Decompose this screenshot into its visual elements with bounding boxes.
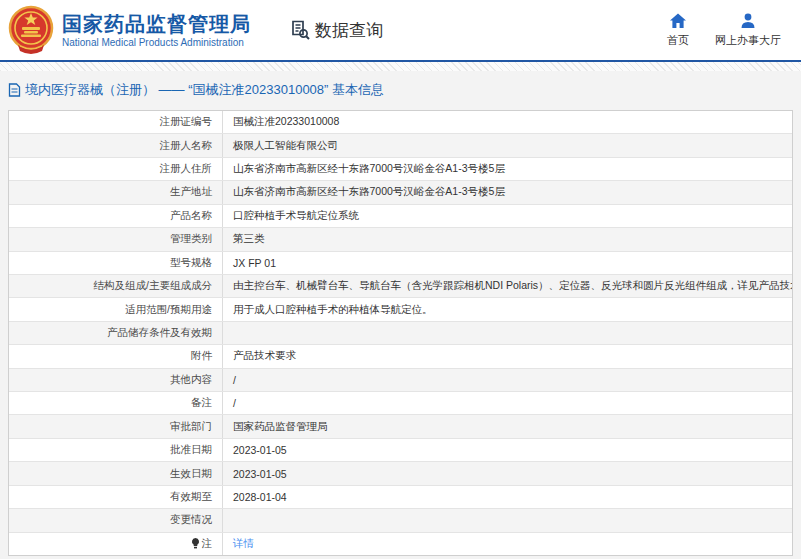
row-label: 附件 bbox=[9, 345, 223, 367]
national-emblem-logo bbox=[8, 5, 54, 55]
data-query-icon bbox=[289, 19, 311, 41]
row-value: 极限人工智能有限公司 bbox=[223, 134, 792, 156]
user-icon bbox=[739, 12, 757, 30]
brand-block: 国家药品监督管理局 National Medical Products Admi… bbox=[62, 12, 251, 49]
section-title: 数据查询 bbox=[315, 19, 383, 42]
row-value bbox=[223, 509, 792, 531]
row-value: 2028-01-04 bbox=[223, 486, 792, 508]
row-value: 2023-01-05 bbox=[223, 439, 792, 461]
row-value: 2023-01-05 bbox=[223, 462, 792, 484]
nav-label: 首页 bbox=[667, 33, 689, 48]
row-label: 注册人名称 bbox=[9, 134, 223, 156]
row-label: 产品储存条件及有效期 bbox=[9, 322, 223, 344]
lightbulb-icon bbox=[191, 538, 200, 549]
row-value: / bbox=[223, 392, 792, 414]
table-row: 产品名称口腔种植手术导航定位系统 bbox=[9, 205, 792, 228]
nav-label: 网上办事大厅 bbox=[715, 33, 781, 48]
row-value: 口腔种植手术导航定位系统 bbox=[223, 205, 792, 227]
table-row: 生产地址山东省济南市高新区经十东路7000号汉峪金谷A1-3号楼5层 bbox=[9, 181, 792, 204]
table-row: 备注/ bbox=[9, 392, 792, 415]
row-value: JX FP 01 bbox=[223, 252, 792, 274]
row-label: 备注 bbox=[9, 392, 223, 414]
row-value bbox=[223, 322, 792, 344]
table-row: 其他内容/ bbox=[9, 369, 792, 392]
row-value: 第三类 bbox=[223, 228, 792, 250]
table-row: 变更情况 bbox=[9, 509, 792, 532]
row-label: 审批部门 bbox=[9, 415, 223, 437]
table-row: 批准日期2023-01-05 bbox=[9, 439, 792, 462]
stripe-band bbox=[0, 62, 801, 71]
detail-link[interactable]: 详情 bbox=[233, 537, 254, 551]
row-label: 生效日期 bbox=[9, 462, 223, 484]
table-row: 产品储存条件及有效期 bbox=[9, 322, 792, 345]
row-label: 注册人住所 bbox=[9, 158, 223, 180]
breadcrumb: 境内医疗器械（注册） —— “国械注准20233010008” 基本信息 bbox=[25, 81, 384, 99]
row-label: 变更情况 bbox=[9, 509, 223, 531]
header-nav: 首页 网上办事大厅 bbox=[667, 12, 781, 48]
row-value: 国家药品监督管理局 bbox=[223, 415, 792, 437]
table-row: 生效日期2023-01-05 bbox=[9, 462, 792, 485]
row-label: 结构及组成/主要组成成分 bbox=[9, 275, 223, 297]
org-name-en: National Medical Products Administration bbox=[62, 36, 251, 49]
row-label: 适用范围/预期用途 bbox=[9, 298, 223, 320]
section-data-query: 数据查询 bbox=[289, 19, 383, 42]
row-value: 国械注准20233010008 bbox=[223, 111, 792, 133]
table-row: 有效期至2028-01-04 bbox=[9, 486, 792, 509]
row-value: 用于成人口腔种植手术的种植体导航定位。 bbox=[223, 298, 792, 320]
org-name: 国家药品监督管理局 bbox=[62, 12, 251, 36]
table-row: 注册人住所山东省济南市高新区经十东路7000号汉峪金谷A1-3号楼5层 bbox=[9, 158, 792, 181]
row-value: 山东省济南市高新区经十东路7000号汉峪金谷A1-3号楼5层 bbox=[223, 158, 792, 180]
table-row: 适用范围/预期用途用于成人口腔种植手术的种植体导航定位。 bbox=[9, 298, 792, 321]
table-row: 注册人名称极限人工智能有限公司 bbox=[9, 134, 792, 157]
info-table: 注册证编号国械注准20233010008注册人名称极限人工智能有限公司注册人住所… bbox=[8, 110, 793, 556]
row-value: 详情 bbox=[223, 533, 792, 555]
table-row: 型号规格JX FP 01 bbox=[9, 252, 792, 275]
site-header: 国家药品监督管理局 National Medical Products Admi… bbox=[0, 0, 801, 60]
row-label: 产品名称 bbox=[9, 205, 223, 227]
row-label: 批准日期 bbox=[9, 439, 223, 461]
row-label: 管理类别 bbox=[9, 228, 223, 250]
row-label: 注 bbox=[9, 533, 223, 555]
table-row: 审批部门国家药品监督管理局 bbox=[9, 415, 792, 438]
row-value: 产品技术要求 bbox=[223, 345, 792, 367]
table-row: 管理类别第三类 bbox=[9, 228, 792, 251]
row-label: 型号规格 bbox=[9, 252, 223, 274]
row-value: 山东省济南市高新区经十东路7000号汉峪金谷A1-3号楼5层 bbox=[223, 181, 792, 203]
document-icon bbox=[8, 83, 21, 97]
row-label: 生产地址 bbox=[9, 181, 223, 203]
row-label: 注册证编号 bbox=[9, 111, 223, 133]
row-value: 由主控台车、机械臂台车、导航台车（含光学跟踪相机NDI Polaris）、定位器… bbox=[223, 275, 792, 297]
table-row: 注详情 bbox=[9, 533, 792, 555]
table-row: 结构及组成/主要组成成分由主控台车、机械臂台车、导航台车（含光学跟踪相机NDI … bbox=[9, 275, 792, 298]
row-label: 其他内容 bbox=[9, 369, 223, 391]
home-icon bbox=[669, 12, 687, 30]
row-value: / bbox=[223, 369, 792, 391]
breadcrumb-bar: 境内医疗器械（注册） —— “国械注准20233010008” 基本信息 bbox=[0, 71, 801, 108]
table-row: 附件产品技术要求 bbox=[9, 345, 792, 368]
table-row: 注册证编号国械注准20233010008 bbox=[9, 111, 792, 134]
row-label: 有效期至 bbox=[9, 486, 223, 508]
nav-item-home[interactable]: 首页 bbox=[667, 12, 689, 48]
nav-item-service-hall[interactable]: 网上办事大厅 bbox=[715, 12, 781, 48]
